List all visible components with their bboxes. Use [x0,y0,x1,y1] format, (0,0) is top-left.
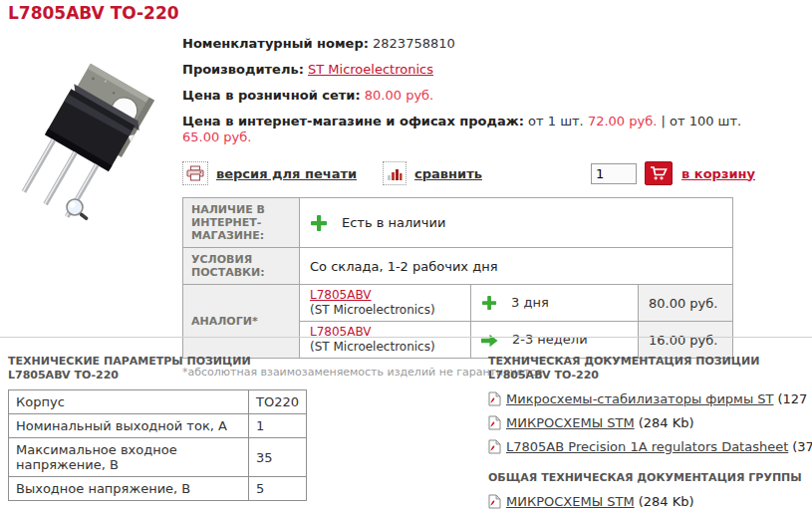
online-price-label: Цена в интернет-магазине и офисах продаж… [182,114,524,128]
online-price1: 72.00 руб. [588,114,657,128]
analog-link[interactable]: L7805ABV [310,288,372,302]
doc-size: (372 Kb) [792,439,812,454]
tech-params-title: ТЕХНИЧЕСКИЕ ПАРАМЕТРЫ ПОЗИЦИИ [8,355,307,369]
plus-icon [310,214,328,232]
tech-params-table: Корпус TO220 Номинальный выходной ток, А… [8,389,307,501]
doc-size: (127 Kb) [778,391,812,406]
pdf-icon [488,494,501,509]
param-value: 5 [249,477,307,501]
section-divider [0,337,812,338]
pdf-icon [488,439,501,454]
availability-value-cell: Есть в наличии [300,198,733,248]
manufacturer-line: Производитель: ST Microelectronics [182,62,755,78]
plus-icon [481,295,497,311]
docs-section: ТЕХНИЧЕСКАЯ ДОКУМЕНТАЦИЯ ПОЗИЦИИ L7805AB… [488,355,812,511]
doc-size: (284 Kb) [639,415,694,430]
nomenclature-value: 2823758810 [373,36,455,51]
analog-price: 80.00 руб. [639,285,733,322]
delivery-terms-row: УСЛОВИЯ ПОСТАВКИ: Со склада, 1-2 рабочих… [183,248,733,285]
analog-name-cell: L7805ABV (ST Microelectronics) [300,285,471,322]
analog-delivery: 3 дня [511,295,549,310]
doc-size: (284 Kb) [639,494,694,509]
nomenclature-label: Номенклатурный номер: [182,36,369,51]
tech-params-subtitle: L7805ABV TO-220 [8,369,307,383]
availability-status: Есть в наличии [342,214,445,229]
manufacturer-label: Производитель: [182,62,304,77]
printer-icon [186,165,204,181]
table-row: Выходное напряжение, В 5 [9,477,307,501]
group-docs-list: МИКРОСХЕМЫ STM (284 Kb) [488,492,812,510]
analog-row: АНАЛОГИ* L7805ABV (ST Microelectronics) … [183,285,733,322]
param-name: Выходное напряжение, В [9,477,249,501]
bar-chart-icon [387,165,403,181]
analog-price: 16.00 руб. [639,322,733,359]
magnifier-icon[interactable] [62,195,92,225]
to220-package-image [0,60,177,269]
analog-name-cell: L7805ABV (ST Microelectronics) [300,322,471,359]
price-separator: | [661,114,665,128]
compare-button[interactable] [383,161,406,185]
analogs-label: АНАЛОГИ* [183,285,300,359]
product-page: L7805ABV TO-220 [0,0,812,511]
pdf-icon [488,391,501,406]
product-photo[interactable] [0,60,177,309]
online-price-line: Цена в интернет-магазине и офисах продаж… [182,114,755,145]
pdf-icon [488,415,501,430]
docs-list: Микросхемы-стабилизаторы фирмы ST (127 K… [488,389,812,455]
quantity-input[interactable] [591,163,637,184]
manufacturer-link[interactable]: ST Microelectronics [308,62,433,77]
add-to-cart-button[interactable] [645,161,673,185]
product-info: Номенклатурный номер: 2823758810 Произво… [182,36,755,379]
analog-delivery: 2-3 недели [512,332,588,347]
compare-link[interactable]: сравнить [414,166,482,181]
print-button[interactable] [182,161,208,185]
online-qty1: от 1 шт. [528,114,584,128]
param-name: Максимальное входное напряжение, В [9,438,249,477]
page-title: L7805ABV TO-220 [8,3,179,23]
docs-title: ТЕХНИЧЕСКАЯ ДОКУМЕНТАЦИЯ ПОЗИЦИИ [488,355,812,369]
availability-row: НАЛИЧИЕ В ИНТЕРНЕТ-МАГАЗИНЕ: Есть в нали… [183,198,733,248]
param-value: 1 [249,414,307,438]
table-row: Максимальное входное напряжение, В 35 [9,438,307,477]
retail-price-label: Цена в розничной сети: [182,88,361,103]
online-qty2: от 100 шт. [670,114,741,128]
nomenclature-line: Номенклатурный номер: 2823758810 [182,36,755,52]
param-value: TO220 [249,390,307,414]
table-row: Корпус TO220 [9,390,307,414]
list-item: МИКРОСХЕМЫ STM (284 Kb) [488,492,812,510]
arrow-right-icon [481,334,498,348]
table-row: Номинальный выходной ток, А 1 [9,414,307,438]
add-to-cart-link[interactable]: в корзину [681,166,755,181]
doc-link[interactable]: МИКРОСХЕМЫ STM [506,494,635,509]
param-value: 35 [249,438,307,477]
doc-link[interactable]: L7805AB Precision 1A regulators Datashee… [506,439,788,454]
retail-price-line: Цена в розничной сети: 80.00 руб. [182,88,755,104]
tech-params-section: ТЕХНИЧЕСКИЕ ПАРАМЕТРЫ ПОЗИЦИИ L7805ABV T… [8,355,307,501]
retail-price-value: 80.00 руб. [365,88,433,103]
list-item: МИКРОСХЕМЫ STM (284 Kb) [488,413,812,431]
print-version-link[interactable]: версия для печати [216,166,357,181]
analog-delivery-cell: 2-3 недели [471,322,639,359]
product-toolbar: версия для печати сравнить в корзину [182,159,755,187]
doc-link[interactable]: МИКРОСХЕМЫ STM [506,415,635,430]
list-item: Микросхемы-стабилизаторы фирмы ST (127 K… [488,389,812,407]
doc-link[interactable]: Микросхемы-стабилизаторы фирмы ST [506,391,774,406]
param-name: Номинальный выходной ток, А [9,414,249,438]
group-docs-title: ОБЩАЯ ТЕХНИЧЕСКАЯ ДОКУМЕНТАЦИЯ ГРУППЫ [488,471,812,485]
availability-table: НАЛИЧИЕ В ИНТЕРНЕТ-МАГАЗИНЕ: Есть в нали… [182,197,733,359]
param-name: Корпус [9,390,249,414]
delivery-terms-value: Со склада, 1-2 рабочих дня [300,248,733,285]
list-item: L7805AB Precision 1A regulators Datashee… [488,437,812,455]
online-price2: 65.00 руб. [182,129,251,144]
availability-label: НАЛИЧИЕ В ИНТЕРНЕТ-МАГАЗИНЕ: [183,198,300,248]
analog-manufacturer: (ST Microelectronics) [310,340,460,355]
analog-delivery-cell: 3 дня [471,285,639,322]
delivery-terms-label: УСЛОВИЯ ПОСТАВКИ: [183,248,300,285]
docs-subtitle: L7805ABV TO-220 [488,369,812,383]
cart-icon [650,165,668,181]
analog-manufacturer: (ST Microelectronics) [310,303,460,318]
